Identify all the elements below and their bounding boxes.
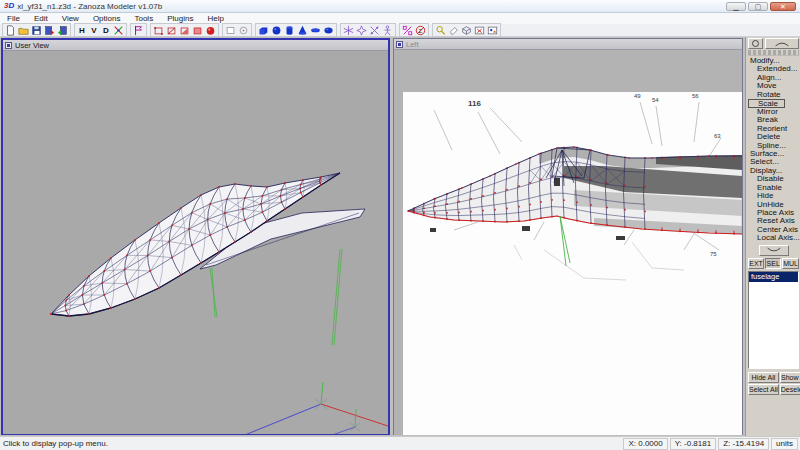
face-mode-icon [179,25,190,36]
left-view-canvas[interactable]: 1164954566375 [394,50,742,435]
viewport-user-view-header[interactable]: User View [3,40,388,51]
mode-ext-button[interactable]: EXT [748,258,764,269]
rect-select-button[interactable] [224,25,237,36]
hide-all-button[interactable]: Hide All [748,372,779,383]
cube-view-button[interactable] [460,25,473,36]
ellipsoid-primitive-icon [323,25,334,36]
new-file-button[interactable] [4,25,17,36]
open-file-button[interactable] [17,25,30,36]
svg-text:75: 75 [710,251,717,257]
sphere-mode-button[interactable] [204,25,217,36]
cmd-enable[interactable]: Enable [748,184,799,192]
app-window: 3D xl_yf31_n1.z3d - Zanoza Modeler v1.07… [0,0,800,450]
disc-primitive-icon [310,25,321,36]
create-cone-button[interactable] [296,25,309,36]
mode-mul-button[interactable]: MUL [782,258,799,269]
object-list[interactable]: fuselage [748,271,799,369]
cmd-rotate[interactable]: Rotate [748,91,799,99]
import-button[interactable] [43,25,56,36]
z-tool-button[interactable]: Z [414,25,427,36]
create-cylinder-button[interactable] [283,25,296,36]
scroll-down-button[interactable] [759,245,789,256]
viewport-user-view[interactable]: User View [1,38,390,435]
sphere-primitive-icon [271,25,282,36]
background-image-button[interactable] [486,25,499,36]
select-all-button[interactable]: Select All [748,384,779,395]
cross-arrows-icon [369,25,380,36]
status-message: Click to display pop-up menu. [0,439,108,448]
axes-jack-icon [343,25,354,36]
scroll-up-button[interactable] [765,38,799,49]
circle-target-icon [238,25,249,36]
minimize-button[interactable]: ▁ [726,2,746,11]
viewport-icon [5,42,12,49]
screen-image-icon [487,25,498,36]
edge-mode-icon [166,25,177,36]
box-primitive-icon [258,25,269,36]
percent-tool-button[interactable] [401,25,414,36]
svg-text:63: 63 [714,133,721,139]
v-view-button[interactable]: V [88,25,100,36]
selection-mode-row: EXT SEL MUL [748,258,799,269]
move-arrows-button[interactable] [368,25,381,36]
vertex-mode-icon [153,25,164,36]
viewport-left-view-title: Left [406,40,419,49]
create-box-button[interactable] [257,25,270,36]
status-y: Y: -0.8181 [670,438,716,450]
red-sphere-icon [205,25,216,36]
h-view-button[interactable]: H [76,25,88,36]
circle-select-button[interactable] [237,25,250,36]
zoom-tool-button[interactable] [434,25,447,36]
object-item-fuselage[interactable]: fuselage [749,272,798,282]
status-x: X: 0.0000 [623,438,667,450]
save-floppy-icon [31,25,42,36]
status-units: units [771,438,798,450]
viewport-icon [396,41,403,48]
user-view-canvas[interactable] [3,51,388,434]
viewport-left-view-header[interactable]: Left [394,39,742,50]
magnifier-icon [435,25,446,36]
cube-outline-icon [461,25,472,36]
mode-sel-button[interactable]: SEL [765,258,781,269]
hide-screen-button[interactable] [473,25,486,36]
d-view-button[interactable]: D [100,25,112,36]
create-ellipsoid-button[interactable] [322,25,335,36]
axes-tool-button[interactable] [342,25,355,36]
eraser-tool-button[interactable] [447,25,460,36]
panel-options-button[interactable] [748,38,763,49]
save-file-button[interactable] [30,25,43,36]
svg-text:116: 116 [468,99,481,108]
colored-axes-icon [113,25,124,36]
star-tool-button[interactable] [355,25,368,36]
viewport-user-view-title: User View [15,41,49,50]
percent-icon [402,25,413,36]
create-sphere-button[interactable] [270,25,283,36]
export-button[interactable] [56,25,69,36]
figure-tool-button[interactable] [381,25,394,36]
flag-tool-button[interactable] [132,25,145,36]
star-icon [356,25,367,36]
viewport-left-view[interactable]: Left 1164954566375 [393,38,743,435]
screen-x-icon [474,25,485,36]
status-z: Z: -15.4194 [718,438,769,450]
flag-icon [133,25,144,36]
show-all-button[interactable]: Show All [780,372,800,383]
export-icon [57,25,68,36]
close-button[interactable]: ✕ [770,2,796,11]
edge-mode-button[interactable] [165,25,178,36]
create-disc-button[interactable] [309,25,322,36]
cmd-local-axis[interactable]: Local Axis... [748,234,799,242]
command-panel: Modify... Extended... Align... Move Rota… [745,37,800,436]
toolbar: H V D [0,24,800,37]
maximize-button[interactable]: ▢ [748,2,768,11]
svg-text:54: 54 [652,97,659,103]
z-slash-icon: Z [415,25,426,36]
command-list: Modify... Extended... Align... Move Rota… [748,57,799,243]
axis-colors-button[interactable] [112,25,125,36]
status-bar: Click to display pop-up menu. X: 0.0000 … [0,436,800,450]
options-dot-icon [752,40,759,47]
deselect-button[interactable]: Deselect [780,384,800,395]
object-mode-button[interactable] [191,25,204,36]
face-mode-button[interactable] [178,25,191,36]
vertex-mode-button[interactable] [152,25,165,36]
